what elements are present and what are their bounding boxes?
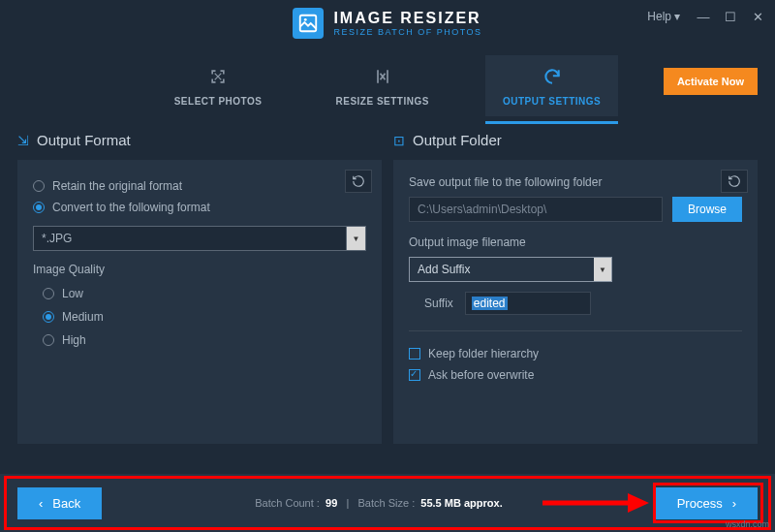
quality-high-radio[interactable]: High — [43, 329, 366, 352]
retain-format-radio[interactable]: Retain the original format — [33, 175, 366, 197]
radio-icon — [43, 334, 54, 346]
divider — [409, 330, 742, 331]
output-folder-panel: ⊡ Output Folder Save output file to the … — [393, 124, 758, 444]
radio-icon — [33, 202, 45, 213]
refresh-icon — [541, 65, 564, 88]
titlebar: IMAGE RESIZER RESIZE BATCH OF PHOTOS Hel… — [0, 0, 775, 47]
chevron-down-icon: ▾ — [674, 10, 680, 23]
format-select[interactable]: ▼ — [33, 226, 366, 251]
footer: ‹ Back Batch Count : 99 | Batch Size : 5… — [0, 474, 775, 532]
tab-output-settings[interactable]: OUTPUT SETTINGS — [485, 55, 618, 116]
expand-arrows-icon — [206, 65, 230, 88]
keep-hierarchy-checkbox[interactable]: Keep folder hierarchy — [409, 343, 742, 364]
checkbox-icon — [409, 348, 420, 360]
filename-label: Output image filename — [409, 235, 742, 249]
suffix-input[interactable]: edited — [465, 292, 591, 315]
maximize-button[interactable]: ☐ — [719, 6, 742, 27]
batch-info: Batch Count : 99 | Batch Size : 55.5 MB … — [102, 497, 655, 509]
chevron-down-icon[interactable]: ▼ — [347, 226, 366, 251]
suffix-label: Suffix — [424, 297, 453, 310]
chevron-down-icon[interactable]: ▼ — [594, 258, 611, 281]
chevron-right-icon: › — [732, 496, 736, 511]
reset-format-button[interactable] — [345, 170, 372, 193]
app-logo-icon — [293, 8, 324, 39]
resize-icon — [371, 65, 394, 88]
logo-area: IMAGE RESIZER RESIZE BATCH OF PHOTOS — [293, 8, 481, 39]
output-format-title: Output Format — [37, 132, 131, 148]
quality-low-radio[interactable]: Low — [43, 282, 366, 305]
radio-icon — [43, 288, 54, 299]
quality-medium-radio[interactable]: Medium — [43, 305, 366, 329]
checkbox-icon — [409, 369, 420, 381]
minimize-button[interactable]: — — [692, 6, 715, 27]
save-folder-label: Save output file to the following folder — [409, 175, 742, 189]
tab-resize-settings[interactable]: RESIZE SETTINGS — [318, 55, 446, 116]
format-value[interactable] — [33, 226, 347, 251]
browse-button[interactable]: Browse — [672, 197, 742, 222]
svg-point-1 — [304, 18, 307, 21]
help-menu[interactable]: Help ▾ — [639, 10, 688, 23]
watermark: wsxdn.com — [726, 519, 769, 529]
app-title: IMAGE RESIZER — [333, 10, 481, 27]
filename-mode-select[interactable]: ▼ — [409, 257, 612, 282]
close-button[interactable]: ✕ — [746, 6, 769, 27]
tab-bar: SELECT PHOTOS RESIZE SETTINGS OUTPUT SET… — [0, 47, 775, 124]
folder-icon: ⊡ — [393, 133, 405, 148]
process-button[interactable]: Process › — [656, 487, 758, 519]
ask-overwrite-checkbox[interactable]: Ask before overwrite — [409, 364, 742, 386]
output-path-input[interactable] — [409, 197, 663, 222]
output-folder-title: Output Folder — [413, 132, 502, 148]
activate-now-button[interactable]: Activate Now — [664, 68, 758, 95]
app-subtitle: RESIZE BATCH OF PHOTOS — [333, 27, 481, 37]
chevron-left-icon: ‹ — [39, 496, 43, 511]
back-button[interactable]: ‹ Back — [17, 487, 102, 519]
image-quality-label: Image Quality — [33, 263, 366, 276]
convert-format-radio[interactable]: Convert to the following format — [33, 197, 366, 218]
radio-icon — [43, 311, 54, 323]
radio-icon — [33, 180, 45, 192]
output-format-panel: ⇲ Output Format Retain the original form… — [17, 124, 382, 444]
reset-folder-button[interactable] — [721, 170, 748, 193]
export-icon: ⇲ — [17, 133, 29, 148]
tab-select-photos[interactable]: SELECT PHOTOS — [157, 55, 280, 116]
